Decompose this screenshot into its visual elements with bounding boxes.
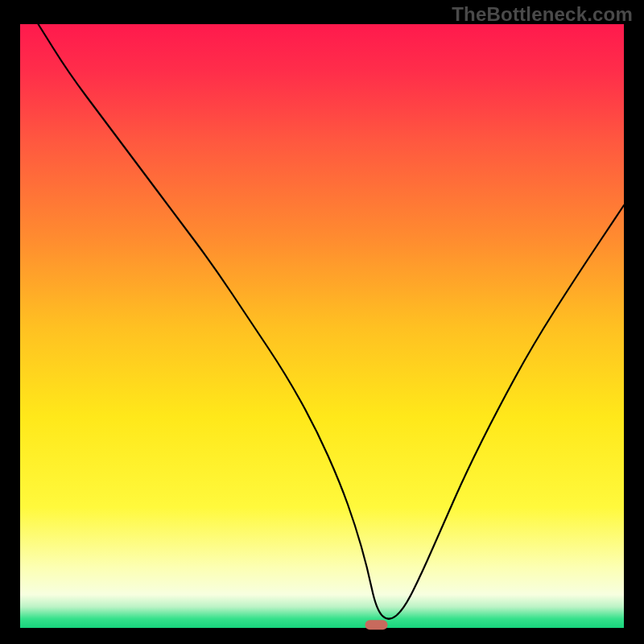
plot-background [20,24,624,628]
minimum-marker [365,620,388,630]
bottleneck-chart [0,0,644,644]
chart-frame: TheBottleneck.com [0,0,644,644]
watermark-text: TheBottleneck.com [452,3,633,26]
